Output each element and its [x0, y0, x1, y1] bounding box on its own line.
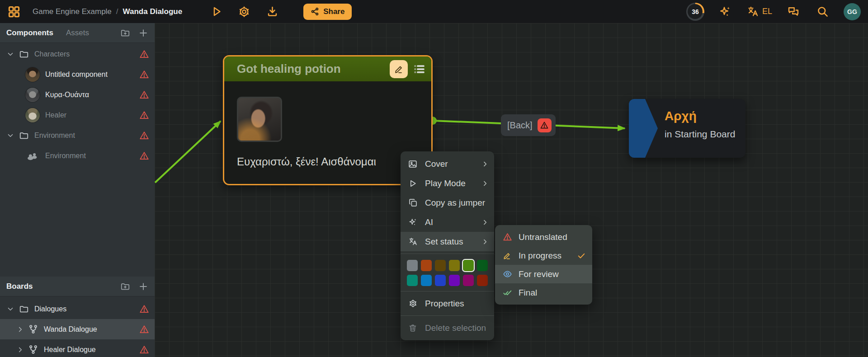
user-avatar[interactable]: GG [844, 3, 861, 20]
chevron-down-icon[interactable] [5, 305, 15, 313]
edge-back-label: [Back] [507, 120, 533, 131]
color-swatch[interactable] [435, 275, 446, 286]
add-board-icon[interactable] [138, 282, 148, 291]
chevron-down-icon[interactable] [5, 50, 15, 58]
topbar: Game Engine Example / Wanda Dialogue [0, 0, 868, 23]
color-swatch[interactable] [463, 260, 474, 271]
menu-item-ai[interactable]: AI [401, 212, 494, 232]
tree-item-kyra-ouanta[interactable]: Κυρα-Ουάντα [0, 85, 155, 105]
usage-meter[interactable]: 36 [686, 3, 704, 21]
menu-divider [401, 254, 494, 254]
add-folder-icon[interactable] [120, 282, 130, 291]
color-swatch[interactable] [477, 275, 488, 286]
comments-icon[interactable] [786, 4, 801, 19]
breadcrumb-board[interactable]: Wanda Dialogue [123, 7, 183, 16]
chevron-right-icon [481, 238, 489, 245]
menu-item-cover[interactable]: Cover [401, 154, 494, 174]
character-avatar [25, 67, 40, 82]
search-icon[interactable] [815, 4, 830, 19]
add-folder-icon[interactable] [120, 28, 130, 38]
status-item-for-review[interactable]: For review [495, 265, 592, 283]
language-switcher[interactable]: EL [747, 5, 772, 18]
menu-item-properties[interactable]: Properties [401, 294, 494, 313]
status-item-label: Untranslated [519, 232, 567, 242]
dialogue-text[interactable]: Ευχαριστώ, ξένε! Αισθάνομαι [237, 155, 419, 168]
context-menu: Cover Play Mode Copy as jumper [401, 151, 494, 340]
eye-icon [502, 269, 513, 279]
board-canvas[interactable]: Got healing potion Ευχαριστώ, ξένε! Αισθ… [155, 23, 868, 357]
tree-item-label: Wanda Dialogue [44, 325, 97, 334]
jumper-node[interactable]: Αρχή in Starting Board [629, 99, 745, 158]
share-icon [311, 7, 319, 16]
chevron-right-icon [481, 180, 489, 187]
color-swatch-row2 [407, 275, 488, 286]
edge-incoming[interactable] [155, 121, 221, 183]
untranslated-warning-badge[interactable] [538, 118, 552, 132]
menu-item-set-status[interactable]: Set status [401, 232, 494, 251]
tree-item-wanda-dialogue[interactable]: Wanda Dialogue [0, 319, 155, 339]
menu-item-label: Cover [425, 159, 481, 169]
color-swatch[interactable] [421, 260, 432, 271]
ai-sparkles-icon[interactable] [718, 4, 733, 19]
download-button[interactable] [264, 4, 280, 19]
tab-components[interactable]: Components [6, 28, 53, 38]
menu-item-label: Play Mode [425, 178, 481, 188]
color-swatch[interactable] [407, 275, 418, 286]
ai-sparkles-icon [407, 217, 418, 227]
status-item-final[interactable]: Final [495, 283, 592, 302]
sidebar: Components Assets Characte [0, 23, 155, 357]
dialogue-node-header[interactable]: Got healing potion [224, 56, 431, 81]
tree-folder-dialogues[interactable]: Dialogues [0, 299, 155, 319]
edit-node-button[interactable] [390, 60, 408, 78]
share-button[interactable]: Share [303, 4, 352, 20]
color-swatch[interactable] [449, 275, 460, 286]
copy-icon [407, 198, 418, 207]
tree-folder-characters[interactable]: Characters [0, 44, 155, 64]
color-swatch-row1 [407, 260, 488, 271]
play-button[interactable] [208, 4, 224, 19]
menu-item-label: Copy as jumper [425, 198, 489, 208]
tree-folder-environment[interactable]: Environment [0, 125, 155, 146]
status-item-in-progress[interactable]: In progress [495, 246, 592, 265]
avatar-initials: GG [847, 8, 857, 15]
color-swatch[interactable] [449, 260, 460, 271]
color-swatch[interactable] [463, 275, 474, 286]
add-component-icon[interactable] [138, 28, 148, 38]
chevron-down-icon[interactable] [5, 132, 15, 140]
edge-back-label-chip[interactable]: [Back] [501, 114, 556, 136]
node-list-icon[interactable] [412, 62, 426, 76]
warning-icon [139, 131, 149, 141]
settings-button[interactable] [236, 4, 252, 19]
tree-item-environment[interactable]: Environment [0, 146, 155, 166]
color-swatch[interactable] [477, 260, 488, 271]
chevron-right-icon[interactable] [15, 325, 25, 334]
app-grid-logo-icon[interactable] [7, 5, 21, 19]
menu-item-delete-selection[interactable]: Delete selection [401, 318, 494, 338]
folder-icon [19, 49, 29, 59]
menu-item-copy-as-jumper[interactable]: Copy as jumper [401, 193, 494, 212]
color-swatch[interactable] [421, 275, 432, 286]
trash-icon [407, 324, 418, 333]
breadcrumb-project[interactable]: Game Engine Example [33, 7, 112, 16]
chevron-right-icon[interactable] [15, 346, 25, 354]
menu-item-play-mode[interactable]: Play Mode [401, 174, 494, 193]
pencil-icon [502, 251, 513, 260]
color-swatch[interactable] [435, 260, 446, 271]
tree-item-label: Environment [45, 152, 86, 160]
status-item-untranslated[interactable]: Untranslated [495, 228, 592, 246]
status-item-label: For review [519, 269, 559, 279]
tree-item-healer-dialogue[interactable]: Healer Dialogue [0, 339, 155, 357]
tree-item-label: Dialogues [34, 305, 66, 313]
translate-icon [747, 5, 759, 18]
tab-assets[interactable]: Assets [66, 28, 89, 38]
share-label: Share [323, 7, 344, 16]
jumper-title: Αρχή [665, 109, 735, 123]
gear-icon [407, 299, 418, 308]
warning-icon [139, 151, 149, 161]
components-tree: Characters Untitled component Κυρα-Ουάντ… [0, 43, 155, 166]
color-swatch[interactable] [407, 260, 418, 271]
tree-item-healer[interactable]: Healer [0, 105, 155, 125]
character-portrait[interactable] [237, 97, 282, 142]
tree-item-untitled-component[interactable]: Untitled component [0, 64, 155, 85]
tree-item-label: Characters [34, 50, 70, 58]
